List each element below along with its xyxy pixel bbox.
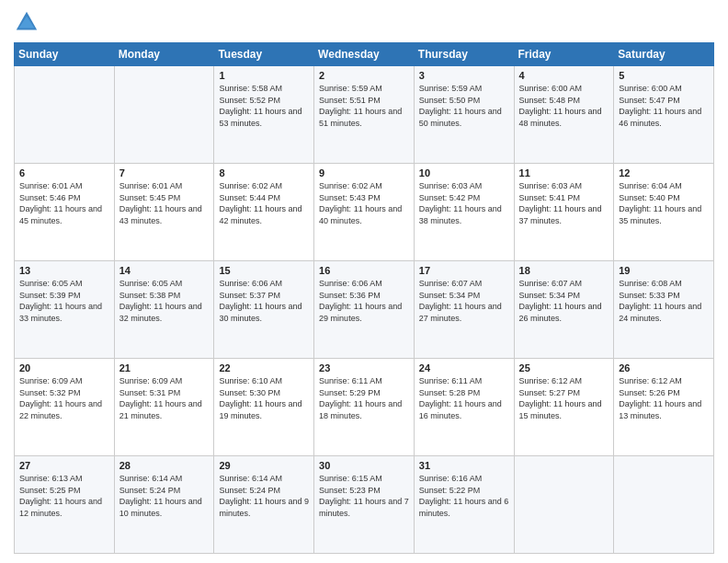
calendar-cell: 19Sunrise: 6:08 AM Sunset: 5:33 PM Dayli… bbox=[614, 261, 714, 359]
day-number: 15 bbox=[219, 265, 309, 276]
calendar-cell: 15Sunrise: 6:06 AM Sunset: 5:37 PM Dayli… bbox=[214, 261, 314, 359]
day-number: 3 bbox=[419, 70, 509, 81]
day-number: 14 bbox=[119, 265, 210, 276]
day-number: 27 bbox=[19, 460, 109, 471]
cell-info: Sunrise: 6:05 AM Sunset: 5:38 PM Dayligh… bbox=[119, 278, 210, 324]
calendar-cell: 9Sunrise: 6:02 AM Sunset: 5:43 PM Daylig… bbox=[314, 164, 415, 261]
day-number: 26 bbox=[619, 362, 709, 373]
day-number: 28 bbox=[119, 460, 210, 471]
logo-icon bbox=[14, 9, 40, 35]
cell-info: Sunrise: 6:14 AM Sunset: 5:24 PM Dayligh… bbox=[219, 473, 309, 519]
cell-info: Sunrise: 6:09 AM Sunset: 5:32 PM Dayligh… bbox=[19, 375, 109, 421]
cell-info: Sunrise: 6:05 AM Sunset: 5:39 PM Dayligh… bbox=[19, 278, 109, 324]
cell-info: Sunrise: 6:06 AM Sunset: 5:37 PM Dayligh… bbox=[219, 278, 309, 324]
calendar-week-row: 6Sunrise: 6:01 AM Sunset: 5:46 PM Daylig… bbox=[15, 164, 714, 261]
calendar-cell bbox=[614, 456, 714, 554]
weekday-header: Saturday bbox=[614, 43, 714, 66]
day-number: 31 bbox=[419, 460, 509, 471]
cell-info: Sunrise: 6:06 AM Sunset: 5:36 PM Dayligh… bbox=[319, 278, 409, 324]
cell-info: Sunrise: 6:00 AM Sunset: 5:48 PM Dayligh… bbox=[519, 83, 609, 129]
weekday-row: SundayMondayTuesdayWednesdayThursdayFrid… bbox=[15, 43, 714, 66]
cell-info: Sunrise: 6:08 AM Sunset: 5:33 PM Dayligh… bbox=[619, 278, 709, 324]
day-number: 11 bbox=[519, 167, 609, 178]
cell-info: Sunrise: 6:02 AM Sunset: 5:44 PM Dayligh… bbox=[219, 180, 309, 226]
cell-info: Sunrise: 6:10 AM Sunset: 5:30 PM Dayligh… bbox=[219, 375, 309, 421]
calendar-cell: 10Sunrise: 6:03 AM Sunset: 5:42 PM Dayli… bbox=[414, 164, 514, 261]
cell-info: Sunrise: 6:03 AM Sunset: 5:42 PM Dayligh… bbox=[419, 180, 509, 226]
calendar-cell: 23Sunrise: 6:11 AM Sunset: 5:29 PM Dayli… bbox=[314, 359, 415, 456]
cell-info: Sunrise: 6:00 AM Sunset: 5:47 PM Dayligh… bbox=[619, 83, 709, 129]
day-number: 29 bbox=[219, 460, 309, 471]
calendar-cell: 13Sunrise: 6:05 AM Sunset: 5:39 PM Dayli… bbox=[15, 261, 115, 359]
calendar-cell: 6Sunrise: 6:01 AM Sunset: 5:46 PM Daylig… bbox=[15, 164, 115, 261]
day-number: 13 bbox=[19, 265, 109, 276]
day-number: 23 bbox=[319, 362, 409, 373]
header bbox=[14, 9, 714, 35]
cell-info: Sunrise: 6:14 AM Sunset: 5:24 PM Dayligh… bbox=[119, 473, 210, 519]
day-number: 5 bbox=[619, 70, 709, 81]
day-number: 17 bbox=[419, 265, 509, 276]
cell-info: Sunrise: 5:59 AM Sunset: 5:51 PM Dayligh… bbox=[319, 83, 409, 129]
day-number: 16 bbox=[319, 265, 409, 276]
day-number: 18 bbox=[519, 265, 609, 276]
calendar-cell: 25Sunrise: 6:12 AM Sunset: 5:27 PM Dayli… bbox=[514, 359, 614, 456]
calendar-cell: 28Sunrise: 6:14 AM Sunset: 5:24 PM Dayli… bbox=[114, 456, 214, 554]
day-number: 24 bbox=[419, 362, 509, 373]
cell-info: Sunrise: 5:58 AM Sunset: 5:52 PM Dayligh… bbox=[219, 83, 309, 129]
cell-info: Sunrise: 6:04 AM Sunset: 5:40 PM Dayligh… bbox=[619, 180, 709, 226]
calendar-cell: 3Sunrise: 5:59 AM Sunset: 5:50 PM Daylig… bbox=[414, 66, 514, 164]
day-number: 19 bbox=[619, 265, 709, 276]
weekday-header: Wednesday bbox=[314, 43, 415, 66]
cell-info: Sunrise: 6:01 AM Sunset: 5:45 PM Dayligh… bbox=[119, 180, 210, 226]
calendar-cell: 1Sunrise: 5:58 AM Sunset: 5:52 PM Daylig… bbox=[214, 66, 314, 164]
day-number: 30 bbox=[319, 460, 409, 471]
day-number: 25 bbox=[519, 362, 609, 373]
day-number: 12 bbox=[619, 167, 709, 178]
weekday-header: Tuesday bbox=[214, 43, 314, 66]
cell-info: Sunrise: 6:09 AM Sunset: 5:31 PM Dayligh… bbox=[119, 375, 210, 421]
cell-info: Sunrise: 6:15 AM Sunset: 5:23 PM Dayligh… bbox=[319, 473, 409, 519]
cell-info: Sunrise: 6:11 AM Sunset: 5:28 PM Dayligh… bbox=[419, 375, 509, 421]
calendar-cell: 11Sunrise: 6:03 AM Sunset: 5:41 PM Dayli… bbox=[514, 164, 614, 261]
calendar-cell: 30Sunrise: 6:15 AM Sunset: 5:23 PM Dayli… bbox=[314, 456, 415, 554]
calendar-cell: 27Sunrise: 6:13 AM Sunset: 5:25 PM Dayli… bbox=[15, 456, 115, 554]
cell-info: Sunrise: 5:59 AM Sunset: 5:50 PM Dayligh… bbox=[419, 83, 509, 129]
calendar-cell: 21Sunrise: 6:09 AM Sunset: 5:31 PM Dayli… bbox=[114, 359, 214, 456]
day-number: 22 bbox=[219, 362, 309, 373]
calendar-cell: 31Sunrise: 6:16 AM Sunset: 5:22 PM Dayli… bbox=[414, 456, 514, 554]
day-number: 2 bbox=[319, 70, 409, 81]
day-number: 10 bbox=[419, 167, 509, 178]
calendar-cell: 18Sunrise: 6:07 AM Sunset: 5:34 PM Dayli… bbox=[514, 261, 614, 359]
weekday-header: Monday bbox=[114, 43, 214, 66]
calendar-week-row: 1Sunrise: 5:58 AM Sunset: 5:52 PM Daylig… bbox=[15, 66, 714, 164]
day-number: 4 bbox=[519, 70, 609, 81]
calendar-body: 1Sunrise: 5:58 AM Sunset: 5:52 PM Daylig… bbox=[15, 66, 714, 554]
cell-info: Sunrise: 6:02 AM Sunset: 5:43 PM Dayligh… bbox=[319, 180, 409, 226]
calendar-table: SundayMondayTuesdayWednesdayThursdayFrid… bbox=[14, 42, 714, 554]
calendar-cell: 8Sunrise: 6:02 AM Sunset: 5:44 PM Daylig… bbox=[214, 164, 314, 261]
day-number: 21 bbox=[119, 362, 210, 373]
calendar-week-row: 20Sunrise: 6:09 AM Sunset: 5:32 PM Dayli… bbox=[15, 359, 714, 456]
weekday-header: Sunday bbox=[15, 43, 115, 66]
cell-info: Sunrise: 6:07 AM Sunset: 5:34 PM Dayligh… bbox=[419, 278, 509, 324]
calendar-cell bbox=[514, 456, 614, 554]
calendar-cell: 16Sunrise: 6:06 AM Sunset: 5:36 PM Dayli… bbox=[314, 261, 415, 359]
calendar-cell: 20Sunrise: 6:09 AM Sunset: 5:32 PM Dayli… bbox=[15, 359, 115, 456]
weekday-header: Friday bbox=[514, 43, 614, 66]
day-number: 20 bbox=[19, 362, 109, 373]
calendar-cell: 7Sunrise: 6:01 AM Sunset: 5:45 PM Daylig… bbox=[114, 164, 214, 261]
day-number: 1 bbox=[219, 70, 309, 81]
calendar-cell: 24Sunrise: 6:11 AM Sunset: 5:28 PM Dayli… bbox=[414, 359, 514, 456]
calendar-cell: 4Sunrise: 6:00 AM Sunset: 5:48 PM Daylig… bbox=[514, 66, 614, 164]
page: SundayMondayTuesdayWednesdayThursdayFrid… bbox=[0, 0, 728, 563]
day-number: 6 bbox=[19, 167, 109, 178]
calendar-cell bbox=[114, 66, 214, 164]
cell-info: Sunrise: 6:01 AM Sunset: 5:46 PM Dayligh… bbox=[19, 180, 109, 226]
calendar-cell: 22Sunrise: 6:10 AM Sunset: 5:30 PM Dayli… bbox=[214, 359, 314, 456]
calendar-header: SundayMondayTuesdayWednesdayThursdayFrid… bbox=[15, 43, 714, 66]
calendar-week-row: 13Sunrise: 6:05 AM Sunset: 5:39 PM Dayli… bbox=[15, 261, 714, 359]
cell-info: Sunrise: 6:11 AM Sunset: 5:29 PM Dayligh… bbox=[319, 375, 409, 421]
calendar-cell: 17Sunrise: 6:07 AM Sunset: 5:34 PM Dayli… bbox=[414, 261, 514, 359]
cell-info: Sunrise: 6:12 AM Sunset: 5:27 PM Dayligh… bbox=[519, 375, 609, 421]
calendar-cell bbox=[15, 66, 115, 164]
